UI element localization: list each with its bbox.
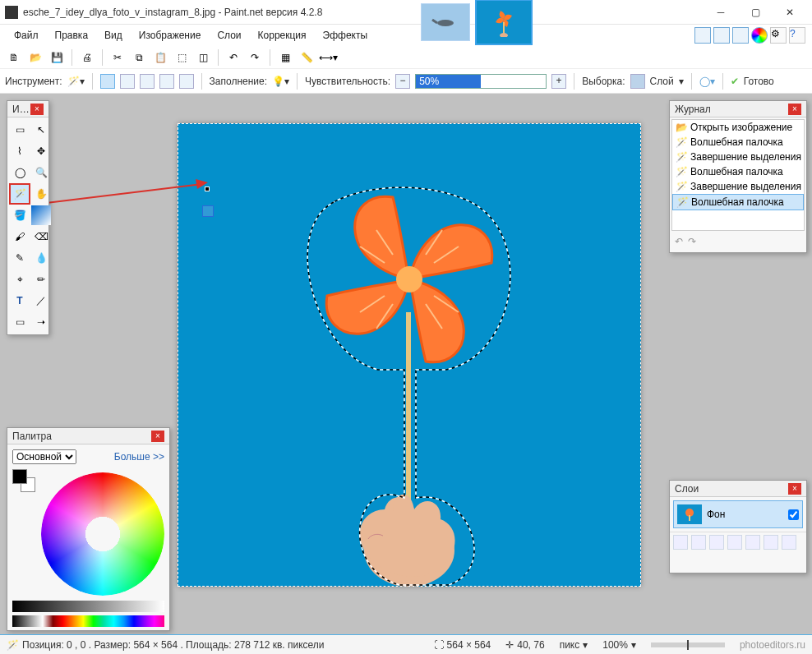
history-item[interactable]: 📂Открыть изображение [672,120,804,135]
toggle-history-icon[interactable] [713,27,730,44]
redo-icon[interactable]: ↷ [246,48,264,67]
copy-icon[interactable]: ⧉ [130,48,148,67]
tool-brush[interactable]: 🖌 [10,227,30,246]
color-wheel[interactable] [41,472,164,596]
layer-up-icon[interactable] [745,535,760,550]
tool-zoom[interactable]: 🔍 [31,163,51,182]
tool-recolor[interactable]: ✏ [31,269,51,289]
palette-swatches[interactable] [12,615,164,627]
selmode-add-icon[interactable] [120,74,135,89]
help-icon[interactable]: ? [789,27,805,44]
tool-rect-select[interactable]: ▭ [10,120,30,140]
tolerance-plus-icon[interactable]: + [551,74,566,89]
zoom-slider[interactable] [651,642,725,647]
grid-icon[interactable]: ▦ [276,48,294,67]
history-redo-icon[interactable]: ↷ [688,236,696,247]
commit-button[interactable]: Готово [744,76,774,87]
layers-close-icon[interactable]: × [788,483,801,495]
units-icon[interactable]: ⟷▾ [319,48,337,67]
close-button[interactable]: ✕ [773,1,807,24]
crop-icon[interactable]: ⬚ [173,48,191,67]
ruler-icon[interactable]: 📏 [298,48,316,67]
layer-down-icon[interactable] [764,535,778,550]
palette-panel[interactable]: Палитра× Основной Больше >> [7,427,170,631]
settings-icon[interactable]: ⚙ [770,27,787,44]
canvas[interactable] [178,123,641,587]
selmode-subtract-icon[interactable] [140,74,155,89]
history-item[interactable]: 🪄Завершение выделения палочкой [672,150,804,164]
selmode-invert-icon[interactable] [179,74,194,89]
layer-duplicate-icon[interactable] [709,535,724,550]
cut-icon[interactable]: ✂ [108,48,127,67]
tool-clone[interactable]: ⌖ [10,269,30,289]
selection-handle[interactable] [205,187,209,191]
tools-close-icon[interactable]: × [30,104,44,115]
tool-line[interactable]: ／ [31,291,51,311]
tool-color-picker[interactable]: 💧 [31,248,51,268]
tool-eraser[interactable]: ⌫ [31,227,51,246]
menu-view[interactable]: Вид [97,26,130,44]
color-wheel-cursor[interactable] [100,530,107,537]
tool-rectangle[interactable]: ▭ [10,312,30,332]
menu-image[interactable]: Изображение [131,26,209,44]
history-item[interactable]: 🪄Завершение выделения палочкой [672,179,804,194]
menu-layers[interactable]: Слои [210,26,248,44]
current-tool-icon[interactable]: 🪄▾ [67,76,85,87]
tools-panel[interactable]: И…× ▭ ↖ ⌇ ✥ ◯ 🔍 🪄 ✋ 🪣 🖌 ⌫ ✎ 💧 ⌖ ✏ T ／ ▭ … [7,100,49,335]
tool-ellipse-select[interactable]: ◯ [10,163,30,182]
fill-mode-icon[interactable]: 💡▾ [272,76,289,87]
layers-panel[interactable]: Слои× Фон [669,480,807,573]
history-item[interactable]: 🪄Волшебная палочка [672,194,804,210]
selmode-replace-icon[interactable] [100,74,115,89]
sample-dropdown-icon[interactable]: ▾ [679,76,684,87]
menu-edit[interactable]: Правка [48,26,96,44]
minimize-button[interactable]: ─ [704,1,738,24]
antialias-icon[interactable]: ◯▾ [699,76,715,87]
new-icon[interactable]: 🗎 [5,48,23,67]
tool-lasso[interactable]: ⌇ [10,141,30,161]
zoom-dropdown-icon[interactable]: ▾ [631,639,636,651]
status-zoom[interactable]: 100% [602,639,628,651]
color-role-select[interactable]: Основной [12,449,76,464]
open-icon[interactable]: 📂 [26,48,44,67]
maximize-button[interactable]: ▢ [738,1,773,24]
layer-props-icon[interactable] [782,535,796,550]
tool-gradient[interactable] [31,205,51,225]
tool-pan[interactable]: ✋ [31,184,51,204]
fg-bg-swatch[interactable] [12,469,35,492]
selmode-intersect-icon[interactable] [159,74,174,89]
layer-delete-icon[interactable] [691,535,706,550]
tool-shapes[interactable]: ➝ [31,312,51,332]
menu-file[interactable]: Файл [7,26,46,44]
history-item[interactable]: 🪄Волшебная палочка [672,135,804,150]
save-icon[interactable]: 💾 [48,48,66,67]
tool-paint-bucket[interactable]: 🪣 [10,205,30,225]
toggle-tools-icon[interactable] [694,27,711,44]
tool-magic-wand[interactable]: 🪄 [10,184,30,204]
tool-pencil[interactable]: ✎ [10,248,30,268]
doc-thumb-1[interactable] [421,3,470,41]
doc-thumb-2[interactable] [475,0,533,45]
layer-merge-icon[interactable] [727,535,742,550]
tolerance-slider[interactable]: 50% [415,74,547,89]
history-item[interactable]: 🪄Волшебная палочка [672,164,804,179]
tool-move-pixels[interactable]: ✥ [31,141,51,161]
history-undo-icon[interactable]: ↶ [675,236,683,247]
toggle-colors-icon[interactable] [751,27,768,44]
menu-effects[interactable]: Эффекты [316,26,376,44]
toggle-layers-icon[interactable] [732,27,749,44]
layer-add-icon[interactable] [673,535,688,550]
undo-icon[interactable]: ↶ [224,48,242,67]
menu-adjustments[interactable]: Коррекция [251,26,314,44]
palette-more-button[interactable]: Больше >> [114,451,164,463]
units-dropdown-icon[interactable]: ▾ [583,639,588,651]
print-icon[interactable]: 🖨 [78,48,96,67]
history-close-icon[interactable]: × [788,104,801,115]
status-units[interactable]: пикс [560,639,580,651]
layer-visible-checkbox[interactable] [788,509,799,520]
value-slider[interactable] [12,601,164,612]
layer-row[interactable]: Фон [673,500,803,528]
palette-close-icon[interactable]: × [151,431,164,442]
tool-text[interactable]: T [10,291,30,311]
history-panel[interactable]: Журнал× 📂Открыть изображение 🪄Волшебная … [669,100,807,253]
